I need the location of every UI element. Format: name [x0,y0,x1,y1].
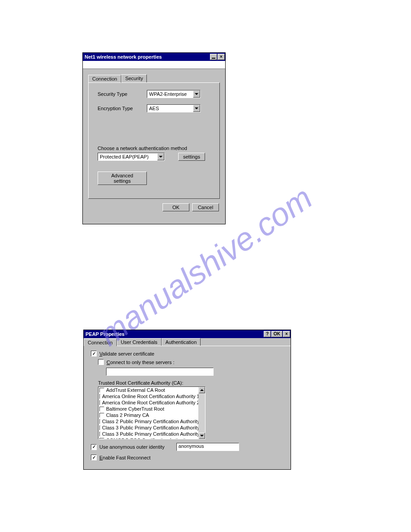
cancel-button[interactable]: Cancel [192,203,219,211]
minimize-button[interactable] [210,54,217,60]
auth-method-combo[interactable]: Protected EAP(PEAP) [98,153,165,161]
advanced-settings-button[interactable]: Advanced settings [98,172,147,185]
ca-item-label: Class 3 Public Primary Certification Aut… [102,425,198,430]
tabs-row: Connection Security [88,74,222,82]
trusted-ca-listbox[interactable]: AddTrust External CA RootAmerica Online … [98,386,198,439]
ok-title-button[interactable]: OK [271,331,283,337]
tab-body-2: Validate server certificate Connect to o… [84,346,291,469]
tabs-row-2: Connection User Credentials Authenticati… [84,338,291,346]
security-type-combo[interactable]: WPA2-Enterprise [147,90,201,98]
validate-cert-label: Validate server certificate [99,351,154,356]
ca-item-checkbox[interactable] [99,413,104,418]
anonymous-identity-checkbox[interactable] [91,444,97,450]
tab-security[interactable]: Security [121,74,147,82]
ca-list-item[interactable]: COMODO ECC Certification Authority [98,437,198,439]
scrollbar[interactable] [198,386,206,439]
tab-authentication[interactable]: Authentication [162,338,201,346]
ca-list-item[interactable]: AddTrust External CA Root [98,387,198,393]
ca-item-label: Class 2 Public Primary Certification Aut… [102,419,198,424]
validate-cert-checkbox[interactable] [91,351,97,356]
ca-list-item[interactable]: Class 2 Primary CA [98,412,198,418]
tab-user-credentials[interactable]: User Credentials [117,338,162,346]
tab-connection-2[interactable]: Connection [84,339,117,346]
ca-item-label: COMODO ECC Certification Authority [106,438,188,439]
connect-only-input[interactable] [106,368,214,376]
fast-reconnect-label: Enable Fast Reconnect [99,455,150,460]
ca-list-item[interactable]: Class 3 Public Primary Certification Aut… [98,425,198,431]
ca-item-checkbox[interactable] [99,438,104,440]
encryption-type-label: Encryption Type [98,106,147,111]
window1-titlebar: Net1 wireless network properties [83,53,225,61]
security-type-label: Security Type [98,91,147,97]
ca-item-label: Baltimore CyberTrust Root [106,406,164,412]
connect-only-label: Connect to only these servers : [107,360,175,365]
ca-list-item[interactable]: Class 2 Public Primary Certification Aut… [98,418,198,425]
auth-method-label: Choose a network authentication method [98,146,210,151]
dialog-button-row: OK Cancel [86,201,222,214]
encryption-type-value: AES [147,106,161,111]
window2-title: PEAP Properties [86,331,124,337]
anonymous-identity-input[interactable]: anonymous [176,443,239,451]
ca-item-label: Class 2 Primary CA [106,412,149,418]
chevron-down-icon[interactable] [157,153,164,160]
ca-list-item[interactable]: Class 3 Public Primary Certification Aut… [98,431,198,437]
chevron-down-icon[interactable] [193,105,200,112]
ca-list-item[interactable]: America Online Root Certification Author… [98,393,198,399]
ca-item-label: America Online Root Certification Author… [102,400,198,405]
ca-item-checkbox[interactable] [99,388,104,393]
security-type-value: WPA2-Enterprise [147,91,188,97]
encryption-type-combo[interactable]: AES [147,104,201,112]
peap-properties-window: PEAP Properties ? OK × Connection User C… [83,330,291,470]
toolbar-blank [83,61,225,69]
help-button[interactable]: ? [264,331,271,337]
ca-item-checkbox[interactable] [99,400,100,405]
chevron-down-icon[interactable] [193,90,200,98]
close-button[interactable] [218,54,225,60]
ca-item-checkbox[interactable] [99,425,100,430]
ca-item-label: Class 3 Public Primary Certification Aut… [102,431,198,437]
scroll-up-icon[interactable] [199,387,205,393]
ca-item-label: America Online Root Certification Author… [102,394,198,399]
ca-list-item[interactable]: Baltimore CyberTrust Root [98,406,198,412]
ca-item-checkbox[interactable] [99,407,104,412]
anonymous-identity-label: Use anonymous outer identity [99,444,165,450]
auth-method-value: Protected EAP(PEAP) [98,154,150,159]
tab-body: Security Type WPA2-Enterprise Encryption… [88,82,220,199]
ca-item-checkbox[interactable] [99,394,100,399]
fast-reconnect-checkbox[interactable] [91,455,97,460]
window2-titlebar: PEAP Properties ? OK × [84,330,291,338]
wireless-properties-window: Net1 wireless network properties Connect… [82,52,226,224]
ca-item-label: AddTrust External CA Root [106,387,165,393]
connect-only-checkbox[interactable] [98,359,104,365]
trusted-ca-label: Trusted Root Certificate Authority (CA): [98,380,283,386]
window1-title: Net1 wireless network properties [85,54,162,60]
ok-button[interactable]: OK [163,203,189,211]
close-button[interactable]: × [283,331,290,337]
settings-button[interactable]: settings [178,153,205,161]
scroll-down-icon[interactable] [199,433,205,439]
ca-item-checkbox[interactable] [99,419,100,424]
ca-item-checkbox[interactable] [99,432,100,437]
tab-connection[interactable]: Connection [88,75,121,83]
ca-list-item[interactable]: America Online Root Certification Author… [98,399,198,406]
